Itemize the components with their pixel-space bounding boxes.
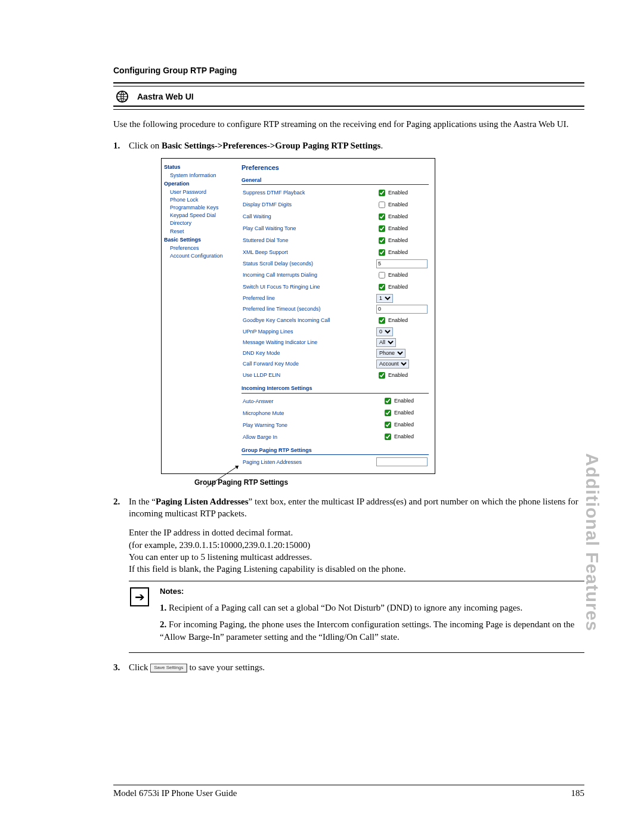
enabled-checkbox[interactable] — [379, 317, 385, 324]
side-tab-label: Additional Features — [582, 453, 602, 631]
intro-paragraph: Use the following procedure to configure… — [113, 118, 584, 130]
sidebar-item[interactable]: User Password — [170, 188, 233, 196]
setting-label: UPnP Mapping Lines — [242, 326, 375, 337]
enabled-checkbox[interactable] — [379, 213, 385, 220]
enabled-checkbox[interactable] — [379, 284, 385, 290]
rule-bottom — [113, 106, 584, 110]
enabled-label: Enabled — [388, 317, 408, 323]
globe-icon — [116, 90, 129, 103]
rule-top — [113, 82, 584, 86]
setting-select[interactable]: 0 — [376, 327, 393, 336]
enabled-label: Enabled — [394, 410, 414, 416]
setting-label: Call Forward Key Mode — [242, 358, 375, 369]
setting-select[interactable]: All — [376, 338, 396, 347]
sidebar-group-header: Basic Settings — [164, 236, 233, 243]
setting-label: Goodbye Key Cancels Incoming Call — [242, 314, 375, 326]
section-title: Configuring Group RTP Paging — [113, 66, 584, 75]
setting-label: Stuttered Dial Tone — [242, 234, 375, 246]
save-settings-button[interactable]: Save Settings — [150, 664, 187, 673]
enabled-checkbox[interactable] — [379, 202, 385, 208]
sidebar-group-header: Status — [164, 163, 233, 171]
setting-label: Play Warning Tone — [242, 419, 381, 431]
notes-label: Notes: — [160, 586, 583, 597]
setting-label: Message Waiting Indicator Line — [242, 337, 375, 348]
setting-label: Preferred line — [242, 293, 375, 304]
setting-label: Allow Barge In — [242, 431, 381, 443]
enabled-label: Enabled — [388, 249, 408, 255]
enabled-checkbox[interactable] — [385, 410, 391, 416]
sidebar-group-header: Operation — [164, 180, 233, 187]
enabled-checkbox[interactable] — [379, 372, 385, 379]
setting-label: Incoming Call Interrupts Dialing — [242, 269, 375, 281]
screenshot-sidebar: StatusSystem InformationOperationUser Pa… — [162, 159, 236, 473]
arrow-right-icon: ➔ — [130, 587, 149, 606]
enabled-checkbox[interactable] — [385, 422, 391, 428]
sidebar-item[interactable]: Keypad Speed Dial — [170, 212, 233, 219]
setting-label: Use LLDP ELIN — [242, 369, 375, 381]
enabled-checkbox[interactable] — [379, 249, 385, 256]
step-1: 1. Click on Basic Settings->Preferences-… — [113, 140, 584, 487]
enabled-label: Enabled — [388, 272, 408, 278]
enabled-label: Enabled — [388, 237, 408, 243]
setting-text-input[interactable] — [376, 305, 428, 314]
enabled-label: Enabled — [388, 213, 408, 219]
sidebar-item[interactable]: Reset — [170, 228, 233, 235]
sidebar-item[interactable]: Phone Lock — [170, 196, 233, 203]
enabled-label: Enabled — [388, 284, 408, 290]
enabled-label: Enabled — [388, 225, 408, 231]
setting-label: Display DTMF Digits — [242, 199, 375, 210]
setting-label: Status Scroll Delay (seconds) — [242, 258, 375, 269]
setting-text-input[interactable] — [376, 457, 428, 466]
setting-label: Suppress DTMF Playback — [242, 187, 375, 199]
setting-select[interactable]: 1 — [376, 294, 393, 303]
sidebar-item[interactable]: Preferences — [170, 244, 233, 252]
figure-caption: Group Paging RTP Settings — [194, 478, 584, 487]
setting-label: XML Beep Support — [242, 246, 375, 258]
enabled-label: Enabled — [388, 372, 408, 378]
footer-page-number: 185 — [571, 788, 585, 798]
setting-label: Call Waiting — [242, 210, 375, 222]
setting-label: Auto-Answer — [242, 395, 381, 407]
sidebar-item[interactable]: Account Configuration — [170, 252, 233, 259]
preferences-screenshot: StatusSystem InformationOperationUser Pa… — [161, 158, 435, 474]
paging-header: Group Paging RTP Settings — [242, 447, 429, 455]
setting-select[interactable]: Phone — [376, 349, 405, 358]
sidebar-item[interactable]: Directory — [170, 219, 233, 227]
sidebar-item[interactable]: Programmable Keys — [170, 204, 233, 211]
step-3: 3. Click Save Settings to save your sett… — [113, 661, 584, 673]
enabled-checkbox[interactable] — [385, 433, 391, 440]
enabled-checkbox[interactable] — [385, 398, 391, 404]
setting-text-input[interactable] — [376, 259, 428, 268]
enabled-label: Enabled — [394, 398, 414, 404]
general-header: General — [242, 176, 429, 185]
setting-label: DND Key Mode — [242, 348, 375, 358]
enabled-label: Enabled — [394, 422, 414, 428]
enabled-checkbox[interactable] — [379, 237, 385, 244]
setting-label: Play Call Waiting Tone — [242, 222, 375, 234]
enabled-label: Enabled — [388, 190, 408, 196]
screenshot-main: Preferences General Suppress DTMF Playba… — [236, 159, 435, 473]
footer-left: Model 6753i IP Phone User Guide — [113, 788, 237, 798]
setting-select[interactable]: Account — [376, 360, 409, 368]
enabled-label: Enabled — [388, 202, 408, 208]
step-2: 2. In the “Paging Listen Addresses” text… — [113, 496, 584, 653]
enabled-checkbox[interactable] — [379, 190, 385, 196]
footer-rule — [113, 785, 584, 785]
setting-label: Switch UI Focus To Ringing Line — [242, 281, 375, 293]
sidebar-item[interactable]: System Information — [170, 172, 233, 179]
screenshot-title: Preferences — [242, 163, 429, 172]
enabled-checkbox[interactable] — [379, 225, 385, 232]
setting-label: Microphone Mute — [242, 407, 381, 419]
enabled-label: Enabled — [394, 433, 414, 439]
web-ui-label: Aastra Web UI — [137, 92, 194, 101]
setting-label: Preferred line Timeout (seconds) — [242, 304, 375, 314]
setting-label: Paging Listen Addresses — [242, 457, 375, 467]
intercom-header: Incoming Intercom Settings — [242, 385, 429, 393]
enabled-checkbox[interactable] — [379, 272, 385, 278]
